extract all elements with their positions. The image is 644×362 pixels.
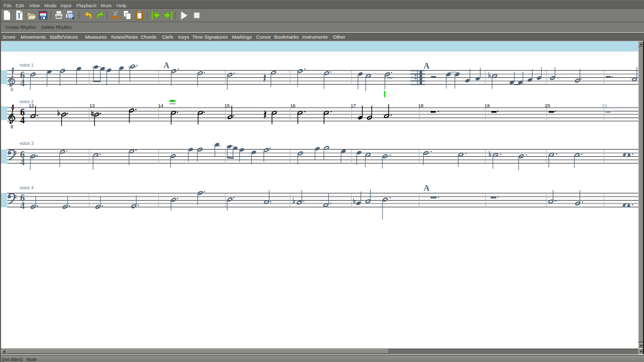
svg-text:voice 4: voice 4 <box>20 185 34 190</box>
svg-text:4: 4 <box>20 157 25 167</box>
svg-text:voice 1: voice 1 <box>20 62 34 68</box>
svg-text:A: A <box>424 61 430 70</box>
svg-text:20: 20 <box>545 103 550 108</box>
svg-text:voice 3: voice 3 <box>20 141 34 146</box>
svg-text:8: 8 <box>11 124 13 129</box>
svg-text:4: 4 <box>20 201 25 211</box>
svg-text:voice 2: voice 2 <box>20 99 34 104</box>
svg-text:Fine: Fine <box>384 75 393 80</box>
svg-text:A: A <box>424 184 430 192</box>
svg-text:4: 4 <box>20 78 25 88</box>
svg-text:17: 17 <box>351 103 356 108</box>
svg-text:14: 14 <box>158 103 163 108</box>
svg-text:4: 4 <box>20 115 25 125</box>
svg-text:21: 21 <box>602 103 607 108</box>
svg-text:15: 15 <box>224 103 230 108</box>
svg-text:13: 13 <box>90 103 95 108</box>
svg-text:19: 19 <box>485 103 490 108</box>
svg-text:A: A <box>164 61 170 70</box>
svg-text:18: 18 <box>418 103 423 108</box>
svg-text:8: 8 <box>11 87 13 92</box>
svg-text:16: 16 <box>290 103 295 108</box>
